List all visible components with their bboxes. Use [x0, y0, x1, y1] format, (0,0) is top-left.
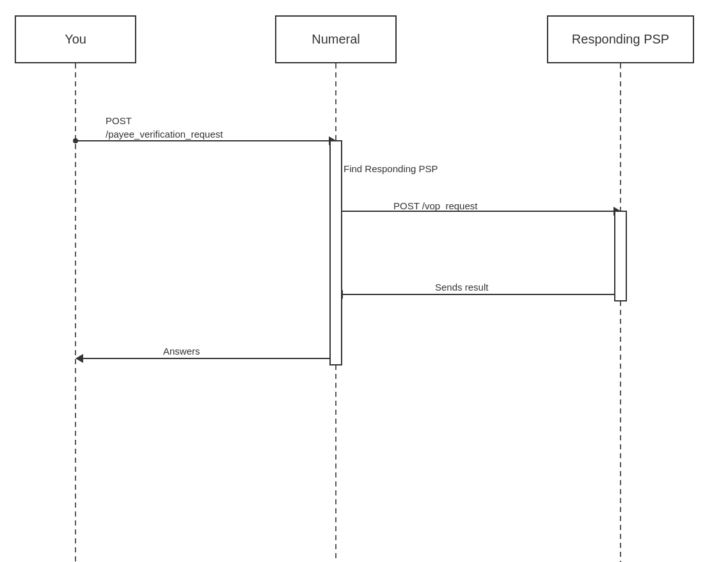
actor-numeral: Numeral	[275, 15, 397, 63]
msg4-label: Answers	[163, 346, 200, 357]
sequence-diagram: You Numeral Responding PSP	[0, 0, 728, 562]
svg-marker-7	[329, 136, 336, 145]
actor-responding-psp-label: Responding PSP	[572, 32, 669, 47]
msg1-label: POST /payee_verification_request	[106, 114, 223, 141]
actor-you: You	[15, 15, 136, 63]
svg-marker-11	[335, 290, 343, 299]
msg3-label: Sends result	[435, 282, 488, 293]
actor-you-label: You	[65, 32, 86, 47]
lifelines-svg	[0, 0, 728, 562]
find-responding-psp-label: Find Responding PSP	[344, 163, 438, 174]
actor-numeral-label: Numeral	[312, 32, 360, 47]
msg2-label: POST /vop_request	[393, 200, 477, 211]
actor-responding-psp: Responding PSP	[547, 15, 694, 63]
svg-rect-14	[330, 141, 342, 365]
svg-rect-15	[615, 211, 626, 301]
svg-point-6	[73, 138, 78, 143]
svg-marker-13	[75, 354, 83, 363]
svg-marker-9	[613, 207, 621, 216]
